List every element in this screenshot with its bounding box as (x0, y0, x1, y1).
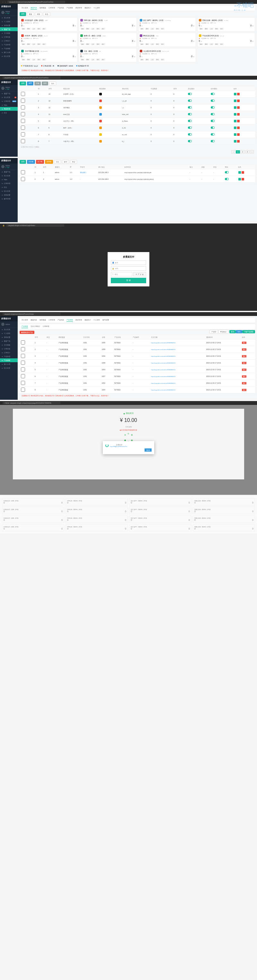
row-checkbox[interactable] (21, 112, 25, 116)
modal-cancel-button[interactable]: 取消 (145, 449, 152, 452)
tab-7[interactable]: 通道统计 (85, 7, 91, 10)
edit-button[interactable] (238, 171, 241, 174)
card-action[interactable]: 删除 (145, 43, 149, 45)
sidebar-item-0[interactable]: ▸后台首页 (0, 16, 18, 19)
table-row[interactable]: 411xxss正品xxss_md00 (19, 111, 255, 118)
card-action[interactable]: 删除 (145, 59, 149, 61)
notify-toggle[interactable] (211, 113, 215, 115)
address-bar[interactable]: paypedt.cbcgtncom/view.php/Admin/Product… (3, 76, 61, 79)
notify-toggle[interactable] (211, 106, 215, 108)
table-row[interactable]: 2-产品调度通道100110095273616-https://paycedt.… (19, 346, 255, 353)
edit-button[interactable] (238, 178, 241, 180)
sidebar-item-3[interactable]: ▸通道产品 (0, 27, 18, 31)
card-action[interactable]: 统计 (219, 28, 224, 30)
tab-8[interactable]: 个人资料 (94, 7, 100, 10)
tab-6[interactable]: 风控管理 (75, 7, 82, 10)
sidebar-item-2[interactable]: ▸https (0, 178, 18, 181)
tab-0[interactable]: 后台首页 (22, 319, 28, 322)
sidebar-item-6[interactable]: ▸订单统计 (0, 39, 18, 43)
table-row[interactable]: 213映客直播H5i_c_yk00 (19, 98, 255, 104)
page-2[interactable]: 2 (241, 150, 245, 153)
page-prev[interactable]: ‹ (231, 150, 235, 153)
delete-button[interactable] (237, 100, 239, 102)
card-action[interactable]: 删除 (145, 28, 149, 30)
sidebar-item-1[interactable]: ▸个人资料 (0, 331, 18, 335)
card-action[interactable]: 编辑 (80, 59, 85, 61)
delete-button[interactable] (237, 113, 239, 116)
edit-button[interactable] (234, 133, 236, 136)
card-action[interactable]: 测试 (155, 43, 160, 45)
row-checkbox[interactable] (21, 177, 25, 181)
action-button[interactable]: 下载产品调度 (242, 330, 255, 333)
card-action[interactable]: 删除 (85, 43, 90, 45)
sidebar-item-9[interactable]: ▸接口文档 (0, 51, 18, 54)
card-action[interactable]: 编辑 (80, 43, 85, 45)
card-action[interactable]: 编辑 (199, 28, 203, 30)
table-row[interactable]: 78YY语音xx_md00 (19, 131, 255, 138)
card-action[interactable]: 删除 (26, 59, 31, 61)
filter-btn-1[interactable]: APP (27, 81, 34, 86)
address-bar[interactable]: paypedt.cbcgtncom/view.php/Admin/Product… (7, 1, 65, 3)
sidebar-item-9[interactable]: ▸接口文档 (0, 362, 18, 366)
delete-button[interactable]: 删除 (242, 375, 246, 378)
card-action[interactable]: 测试 (37, 43, 41, 45)
card-action[interactable]: 统计 (101, 43, 105, 45)
notify-toggle[interactable] (211, 120, 215, 122)
card-action[interactable]: 测试 (37, 59, 41, 61)
row-checkbox[interactable] (21, 361, 25, 365)
delete-button[interactable] (237, 106, 239, 109)
tab-8[interactable]: 个人资料 (94, 319, 100, 322)
sidebar-item-5[interactable]: ▸订单列表 (0, 347, 18, 351)
async-toggle[interactable] (188, 127, 192, 129)
sidebar-item-0[interactable]: ▸后台首页 (0, 328, 18, 331)
delete-button[interactable] (237, 127, 239, 129)
card-action[interactable]: 删除 (204, 28, 209, 30)
card-action[interactable]: 删除 (85, 28, 90, 30)
card-action[interactable]: 上架 (32, 43, 36, 45)
action-button[interactable]: 查询 (229, 330, 236, 333)
card-action[interactable]: 删除 (85, 59, 90, 61)
sidebar-item-5[interactable]: ▸订单列表 (0, 35, 18, 39)
delete-button[interactable] (237, 93, 239, 95)
tab-9[interactable]: 账号设置 (102, 319, 109, 322)
card-action[interactable]: 测试 (214, 43, 219, 45)
sidebar-item-7[interactable]: ▸产品管理 (0, 355, 18, 358)
tab-1[interactable]: 通道列表 (30, 319, 37, 322)
tab-4[interactable]: 产品列表 (57, 7, 64, 10)
notify-toggle[interactable] (211, 133, 215, 135)
sidebar-item-10[interactable]: ▸前台首页 (0, 54, 18, 58)
sidebar-user[interactable]: Admin● 在线 (0, 85, 18, 92)
card-action[interactable]: 测试 (155, 59, 160, 61)
page-3[interactable]: 3 (246, 150, 250, 153)
card-action[interactable]: 统计 (101, 59, 105, 61)
card-action[interactable]: 上架 (209, 43, 214, 45)
table-row[interactable]: 11admin1-1测试接口123.156.148.3本地后端防刷代理统计源码搭… (19, 169, 255, 176)
sidebar-item-4[interactable]: ▸前台 (0, 185, 18, 189)
sidebar-item-2[interactable]: ▸系统设置 (0, 24, 18, 27)
table-row[interactable]: 87斗鱼平台（H5）k_j00 (19, 138, 255, 145)
sidebar-item-5[interactable]: ▸前台 (0, 111, 18, 115)
async-toggle[interactable] (188, 140, 192, 142)
table-row[interactable]: 7-产品调度通道100110025273616-https://paycedt.… (19, 380, 255, 387)
sidebar-item-0[interactable]: ▸通道产品 (0, 170, 18, 174)
card-action[interactable]: 统计 (160, 43, 165, 45)
delete-button[interactable]: 删除 (242, 348, 246, 351)
table-row[interactable]: 510点点平台（H5）d_rfrexs00 (19, 118, 255, 124)
table-row[interactable]: 8-产品调度通道100110045273616-https://paycedt.… (19, 387, 255, 393)
delete-button[interactable]: 删除 (242, 382, 246, 384)
sidebar-item-1[interactable]: ▸后台首页1 (0, 95, 18, 99)
row-checkbox[interactable] (21, 105, 25, 110)
status-toggle[interactable] (225, 171, 229, 173)
card-action[interactable]: 删除 (204, 43, 209, 45)
edit-button[interactable] (234, 106, 236, 109)
fwd-icon[interactable]: › (5, 1, 6, 3)
account-input[interactable]: 👤账号 (111, 261, 146, 265)
card-action[interactable]: 测试 (155, 28, 160, 30)
async-toggle[interactable] (188, 133, 192, 135)
row-checkbox[interactable] (21, 374, 25, 378)
card-action[interactable]: 编辑 (140, 59, 144, 61)
row-checkbox[interactable] (21, 99, 25, 103)
card-action[interactable]: 删除 (26, 43, 31, 45)
sidebar-item-5[interactable]: ▸前台首页 (0, 189, 18, 193)
card-action[interactable]: 编辑 (140, 43, 144, 45)
